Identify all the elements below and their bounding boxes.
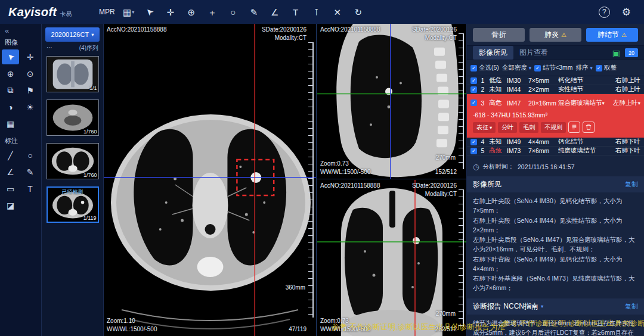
axial-zoom: Zoom:1.10	[107, 317, 157, 325]
tab-image-view[interactable]: 图片查看	[513, 46, 554, 60]
crosshair-icon[interactable]: ＋	[205, 4, 220, 20]
text-icon[interactable]: T	[288, 4, 304, 20]
logo-text: Kayisoft	[8, 5, 57, 19]
axial-wwwl: WW/WL:1500/-500	[107, 325, 157, 334]
nodule-row-5[interactable]: ✓ 5 高危 IM73 7×6mm 纯磨玻璃结节 右肺下叶	[467, 147, 644, 155]
report-section-header: 诊断报告 NCCN指南 ▾ 复制	[467, 298, 644, 315]
warning-icon: ⚠	[621, 32, 627, 38]
series-thumbnail-ct-soft[interactable]: 1/760	[47, 99, 99, 136]
axial-ct-image	[104, 24, 316, 336]
nodule-checkbox[interactable]: ✓	[470, 86, 477, 93]
category-fracture-button[interactable]: 骨折	[473, 28, 525, 42]
coronal-slice-number: 262/512	[435, 325, 457, 334]
mpr-viewports: 360mm AccNO:202101158888 SDate:20200126 …	[104, 24, 466, 336]
reset-icon[interactable]: ↻	[351, 4, 366, 20]
rectangle-icon[interactable]: ▭	[2, 181, 19, 196]
series-thumbnail-xray[interactable]: 1/1	[47, 56, 99, 92]
layout-grid-icon[interactable]: ▦	[2, 116, 19, 131]
chevron-down-icon: ▾	[529, 65, 531, 71]
pan-icon[interactable]: ✛	[21, 49, 39, 64]
feature-chip[interactable]: 毛刺	[519, 122, 538, 133]
tab-bar-icons: ▣ 20	[612, 48, 638, 58]
study-selector[interactable]: 20200126CT ▾	[45, 27, 100, 42]
angle-icon[interactable]: ∠	[267, 4, 283, 20]
series-thumbnail-ct-detected[interactable]: 已经检测 1/119	[47, 186, 99, 223]
nodule-checkbox[interactable]: ✓	[470, 77, 477, 84]
filter-density-dropdown[interactable]: 全部密度 ▾	[502, 64, 531, 72]
chevron-down-icon: ▾	[132, 10, 134, 15]
category-lung-nodule-button[interactable]: 肺结节 ⚠	[586, 28, 638, 42]
filter-select-all[interactable]: ✓ 全选(5)	[470, 64, 499, 72]
sagittal-study-info: SDate:20200126 Modality:CT	[412, 26, 457, 42]
checkbox-checked-icon[interactable]: ✓	[470, 65, 477, 71]
line-icon[interactable]: ╱	[2, 148, 19, 163]
contrast-icon[interactable]: ◑	[2, 99, 19, 114]
coronal-sdate: SDate:20200126	[412, 182, 457, 190]
copy-findings-button[interactable]: 复制	[625, 180, 638, 189]
measure-icon[interactable]: ⊺	[309, 4, 324, 20]
eraser-icon[interactable]: ◪	[2, 198, 19, 213]
tab-findings[interactable]: 影像所见	[473, 46, 513, 60]
filter-round[interactable]: ✓ 取整	[596, 64, 617, 72]
nodule-location-dropdown[interactable]: 左肺上叶▾	[609, 99, 640, 107]
checkbox-checked-icon[interactable]: ✓	[534, 65, 541, 71]
feature-dropdown-chip[interactable]: 表征▾	[473, 122, 496, 133]
gear-icon[interactable]: ⚙	[618, 5, 634, 19]
nodule-type-dropdown[interactable]: 混合磨玻璃结节▾	[558, 99, 609, 107]
pencil-icon[interactable]: ✎	[246, 4, 262, 20]
nodule-row-1[interactable]: ✓ 1 低危 IM30 7×5mm 钙化结节 右肺上叶	[467, 76, 644, 85]
axial-slice-number: 47/119	[289, 325, 306, 334]
filter-small-nodule[interactable]: ✓ 结节<3mm	[534, 64, 572, 72]
findings-section-header: 影像所见 复制	[467, 176, 644, 192]
zoom-in-icon[interactable]: ⊕	[184, 4, 199, 20]
duplicate-icon[interactable]: ⧉	[2, 83, 19, 98]
brightness-icon[interactable]: ☀	[21, 99, 39, 114]
chevron-down-icon: ▾	[602, 100, 605, 106]
grid-layout-badge[interactable]: 20	[625, 48, 638, 57]
axial-viewport[interactable]: 360mm AccNO:202101158888 SDate:20200126 …	[104, 24, 317, 336]
collapse-panel-icon[interactable]: «	[0, 24, 41, 36]
coronal-accno: AccNO:202101158888	[320, 182, 380, 190]
sagittal-slice-number: 152/512	[435, 168, 457, 176]
coronal-study-info: SDate:20200126 Modality:CT	[412, 182, 457, 198]
pencil-icon[interactable]: ✎	[21, 164, 39, 179]
chevron-down-icon[interactable]: ▾	[541, 303, 543, 309]
help-icon[interactable]: ?	[599, 7, 610, 18]
flag-icon[interactable]: ⚑	[21, 83, 39, 98]
copy-nodule-button[interactable]	[568, 122, 580, 133]
clear-icon[interactable]: ✕	[330, 4, 345, 20]
delete-nodule-button[interactable]	[583, 122, 595, 133]
mpr-layout-icon[interactable]: ▦▾	[121, 4, 137, 20]
nodule-row-3-selected[interactable]: ✓ 3 高危 IM47 20×16mm 混合磨玻璃结节▾ 左肺上叶▾ -618 …	[467, 94, 644, 138]
cursor-icon[interactable]: ➤	[2, 49, 19, 64]
copy-report-button[interactable]: 复制	[625, 302, 638, 311]
ellipse-icon[interactable]: ○	[225, 4, 241, 20]
findings-title: 影像所见	[473, 179, 501, 189]
nodule-row-2[interactable]: ✓ 2 未知 IM44 2×2mm 实性结节 右肺上叶	[467, 85, 644, 94]
series-menu-icon[interactable]: ⋯	[47, 44, 52, 52]
angle-icon[interactable]: ∠	[2, 164, 19, 179]
series-thumbnail-ct-lung[interactable]: 1/760	[47, 143, 99, 179]
checkbox-checked-icon[interactable]: ✓	[596, 65, 602, 71]
feature-chip[interactable]: 分叶	[498, 122, 517, 133]
sagittal-viewport[interactable]: 270mm AccNO:202101158888 SDate:20200126 …	[317, 24, 466, 179]
nodule-checkbox[interactable]: ✓	[470, 148, 477, 154]
feature-chip[interactable]: 不规则	[541, 122, 566, 133]
magnifier-icon[interactable]: ⊙	[21, 66, 39, 81]
coronal-viewport[interactable]: 270mm AccNO:202101158888 SDate:20200126 …	[317, 180, 466, 336]
zoom-in-icon[interactable]: ⊕	[2, 66, 19, 81]
filter-sort-dropdown[interactable]: 排序 ▾	[576, 64, 593, 72]
text-icon[interactable]: T	[21, 181, 39, 196]
thumbnail-index: 1/1	[89, 85, 97, 91]
chevron-down-icon: ▾	[490, 125, 492, 130]
category-pneumonia-button[interactable]: 肺炎 ⚠	[530, 28, 581, 42]
pan-icon[interactable]: ✛	[163, 4, 178, 20]
sagittal-ruler-label: 270mm	[436, 154, 456, 161]
gallery-icon[interactable]: ▣	[612, 48, 620, 58]
chevron-down-icon: ▾	[590, 65, 593, 71]
nodule-checkbox[interactable]: ✓	[470, 139, 477, 145]
nodule-checkbox[interactable]: ✓	[470, 99, 477, 106]
nodule-row-4[interactable]: ✓ 4 未知 IM49 4×4mm 钙化结节 右肺下叶	[467, 138, 644, 147]
cursor-icon[interactable]: ➤	[142, 4, 157, 20]
ellipse-icon[interactable]: ○	[21, 148, 39, 163]
